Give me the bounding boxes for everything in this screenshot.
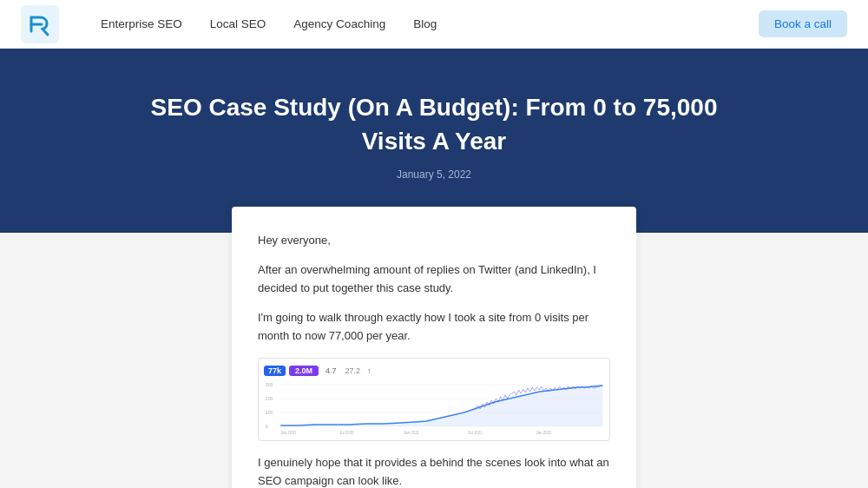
paragraph-1: Hey everyone, — [258, 231, 610, 249]
traffic-chart: 77k 2.0M 4.7 27.2 ↑ 300 200 100 0 — [258, 358, 610, 441]
nav-links: Enterprise SEO Local SEO Agency Coaching… — [101, 17, 759, 30]
chart-badge-arrow: ↑ — [364, 366, 375, 376]
chart-svg: 300 200 100 0 Jan 2020 Jul 2020 Jan 202 — [264, 379, 604, 435]
paragraph-2: After an overwhelming amount of replies … — [258, 260, 610, 298]
content-wrapper: Hey everyone, After an overwhelming amou… — [0, 233, 868, 488]
svg-text:Jul 2020: Jul 2020 — [339, 430, 354, 434]
logo[interactable] — [21, 5, 59, 43]
content-card: Hey everyone, After an overwhelming amou… — [232, 207, 636, 488]
paragraph-after-chart: I genuinely hope that it provides a behi… — [258, 453, 610, 488]
paragraph-3: I'm going to walk through exactly how I … — [258, 308, 610, 346]
chart-badge-position: 27.2 — [345, 366, 361, 375]
svg-marker-9 — [280, 386, 602, 426]
chart-badge-ctr: 4.7 — [322, 366, 340, 376]
svg-text:Jan 2022: Jan 2022 — [536, 430, 552, 434]
hero-section: SEO Case Study (On A Budget): From 0 to … — [0, 49, 868, 233]
chart-badge-visits: 77k — [264, 366, 286, 376]
svg-text:0: 0 — [266, 423, 268, 428]
navbar: Enterprise SEO Local SEO Agency Coaching… — [0, 0, 868, 49]
logo-icon — [21, 5, 59, 43]
nav-local-seo[interactable]: Local SEO — [210, 17, 266, 30]
nav-enterprise-seo[interactable]: Enterprise SEO — [101, 17, 182, 30]
svg-text:Jan 2021: Jan 2021 — [404, 430, 419, 434]
nav-blog[interactable]: Blog — [413, 17, 437, 30]
cta-area: Book a call — [759, 10, 847, 37]
svg-text:Jul 2021: Jul 2021 — [468, 430, 483, 434]
chart-badge-impressions: 2.0M — [289, 366, 319, 376]
hero-date: January 5, 2022 — [21, 168, 847, 181]
chart-badges: 77k 2.0M 4.7 27.2 ↑ — [264, 366, 604, 376]
hero-title: SEO Case Study (On A Budget): From 0 to … — [130, 90, 738, 158]
book-call-button[interactable]: Book a call — [759, 10, 847, 37]
svg-text:100: 100 — [266, 409, 273, 414]
nav-agency-coaching[interactable]: Agency Coaching — [293, 17, 385, 30]
svg-text:300: 300 — [266, 381, 273, 386]
svg-text:Jan 2020: Jan 2020 — [280, 430, 296, 434]
svg-text:200: 200 — [266, 395, 273, 400]
